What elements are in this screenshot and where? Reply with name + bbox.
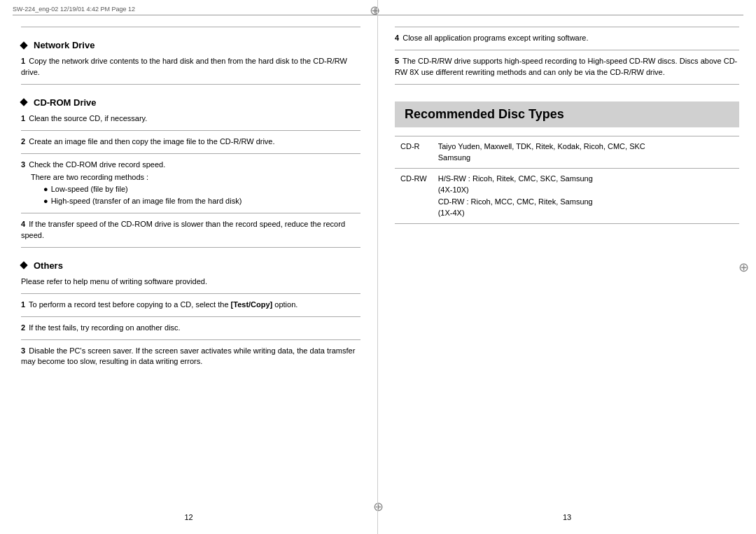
cdrom-drive-heading: CD-ROM Drive bbox=[21, 97, 360, 108]
diamond-icon-2 bbox=[20, 99, 27, 106]
right-page: 4 Close all application programs except … bbox=[378, 0, 756, 534]
step-cdrom-2: 2 Create an image file and then copy the… bbox=[21, 136, 360, 148]
bullet-high-speed: ● High-speed (transfer of an image file … bbox=[43, 196, 360, 206]
disc-type-cdr: CD-R bbox=[395, 136, 433, 168]
step-right-5: 5 The CD-R/RW drive supports high-speed … bbox=[395, 56, 739, 78]
diamond-icon-3 bbox=[20, 262, 27, 269]
others-heading: Others bbox=[21, 260, 360, 271]
disc-type-cdrw: CD-RW bbox=[395, 168, 433, 223]
step-right-4: 4 Close all application programs except … bbox=[395, 33, 739, 44]
disc-desc-cdrw: H/S-RW : Ricoh, Ritek, CMC, SKC, Samsung… bbox=[433, 168, 739, 223]
step-others-3: 3 Disable the PC's screen saver. If the … bbox=[21, 346, 360, 368]
network-drive-heading: Network Drive bbox=[21, 40, 360, 50]
left-page: Network Drive 1 Copy the network drive c… bbox=[0, 0, 378, 534]
recommended-disc-section: Recommended Disc Types CD-R Taiyo Yuden,… bbox=[395, 101, 739, 224]
page-container: SW-224_eng-02 12/19/01 4:42 PM Page 12 ⊕… bbox=[0, 0, 756, 534]
step-cdrom-3: 3 Check the CD-ROM drive record speed. T… bbox=[21, 160, 360, 207]
step-network-1: 1 Copy the network drive contents to the… bbox=[21, 56, 360, 78]
page-number-right: 13 bbox=[563, 513, 571, 521]
recommended-disc-header: Recommended Disc Types bbox=[395, 101, 739, 127]
bullet-low-speed: ● Low-speed (file by file) bbox=[43, 184, 360, 195]
step-cdrom-3-sub: There are two recording methods : ● Low-… bbox=[31, 172, 360, 207]
disc-desc-cdr: Taiyo Yuden, Maxwell, TDK, Ritek, Kodak,… bbox=[433, 136, 739, 168]
disc-row-cdrw: CD-RW H/S-RW : Ricoh, Ritek, CMC, SKC, S… bbox=[395, 168, 739, 223]
diamond-icon bbox=[20, 41, 27, 49]
step-others-1: 1 To perform a record test before copyin… bbox=[21, 300, 360, 311]
page-number-left: 12 bbox=[184, 513, 192, 521]
step-others-2: 2 If the test fails, try recording on an… bbox=[21, 323, 360, 334]
disc-table: CD-R Taiyo Yuden, Maxwell, TDK, Ritek, K… bbox=[395, 136, 739, 224]
step-cdrom-1: 1 Clean the source CD, if necessary. bbox=[21, 113, 360, 125]
step-cdrom-4: 4 If the transfer speed of the CD-ROM dr… bbox=[21, 219, 360, 241]
others-intro: Please refer to help menu of writing sof… bbox=[21, 276, 360, 288]
disc-row-cdr: CD-R Taiyo Yuden, Maxwell, TDK, Ritek, K… bbox=[395, 136, 739, 168]
